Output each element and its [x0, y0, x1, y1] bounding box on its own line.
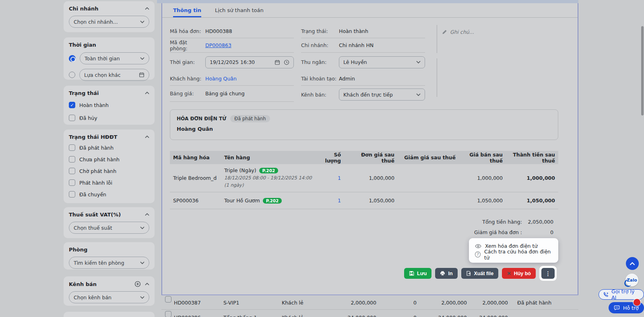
items-table: Mã hàng hóa Tên hàng Số lượng Đơn giá sa…	[170, 151, 558, 209]
menu-item-einvoice-lookup-guide[interactable]: ? Cách tra cứu hóa đơn điện tử	[469, 250, 558, 259]
hddt-option-not-issued[interactable]: Chưa phát hành	[69, 155, 149, 163]
chevron-up-icon[interactable]	[145, 213, 149, 216]
item-code: Triple Bedroom_d	[170, 173, 221, 183]
checkbox-unchecked[interactable]	[69, 144, 75, 151]
invoice-discount-value[interactable]: 0	[522, 229, 553, 235]
scroll-to-top-button[interactable]	[626, 257, 639, 270]
hddt-option-error[interactable]: Phát hành lỗi	[69, 179, 149, 187]
tab-payment-history[interactable]: Lịch sử thanh toán	[215, 3, 264, 17]
checkbox-unchecked[interactable]	[69, 168, 75, 174]
clock-icon[interactable]	[284, 60, 289, 65]
hddt-option-issued[interactable]: Đã phát hành	[69, 144, 149, 152]
printer-icon	[440, 271, 445, 276]
field-label: Mã đặt phòng:	[170, 39, 205, 51]
channel-value: Khách đến trực tiếp	[343, 92, 393, 98]
eye-icon	[475, 243, 481, 249]
cashier-select[interactable]: Lê Huyền	[339, 56, 425, 68]
booking-code-link[interactable]: DP000863	[205, 42, 231, 48]
notes-divider	[437, 58, 437, 97]
hddt-option-label: Chưa phát hành	[79, 156, 120, 163]
checkbox-unchecked[interactable]	[69, 115, 75, 121]
branch-value: Chi nhánh HN	[339, 42, 374, 48]
row-customer: Khách lẻ	[282, 314, 303, 317]
chat-icon	[614, 305, 620, 311]
form-column-right: Trạng thái: Hoàn thành Chi nhánh: Chi nh…	[301, 24, 425, 103]
item-qty[interactable]: 1	[317, 173, 344, 183]
selected-row-strip	[157, 0, 578, 3]
room-tag-badge: P.202	[263, 198, 282, 204]
x-icon: ✕	[507, 270, 511, 276]
invoice-list-row[interactable]: HD000387 S-VIP1 Khách lẻ 2,000,000 0 2,0…	[161, 295, 578, 310]
calendar-icon[interactable]	[275, 60, 280, 65]
item-name-cell: Tour Hồ Gươm P.202	[221, 196, 317, 205]
status-option-cancelled[interactable]: Đã hủy	[69, 114, 149, 122]
einvoice-box: HÓA ĐƠN ĐIỆN TỬ Đã phát hành Hoàng Quân	[170, 109, 558, 140]
channel-select[interactable]: Chọn kênh bán	[69, 291, 149, 303]
einvoice-customer-name: Hoàng Quân	[177, 126, 551, 132]
status-title: Trạng thái	[69, 90, 99, 96]
hddt-option-transferred[interactable]: Đã chuyển	[69, 190, 149, 198]
item-code: SP000036	[170, 196, 221, 205]
vat-select[interactable]: Chọn thuế suất	[69, 222, 149, 234]
hddt-option-pending[interactable]: Chờ phát hành	[69, 167, 149, 175]
note-input[interactable]: Ghi chú...	[442, 29, 474, 35]
invoice-list-row[interactable]: HD000386 Tổng thống 1 Khách lẻ 24,000,00…	[161, 310, 578, 317]
time-all-select[interactable]: Toàn thời gian	[80, 52, 149, 64]
room-select[interactable]: Tìm kiếm tên phòng	[69, 257, 149, 269]
cancel-button[interactable]: ✕ Hủy bỏ	[502, 268, 536, 279]
time-all-label: Toàn thời gian	[85, 56, 120, 62]
checkbox-checked[interactable]: ✓	[69, 102, 75, 108]
chevron-up-icon[interactable]	[145, 136, 149, 138]
tab-info[interactable]: Thông tin	[173, 3, 201, 17]
item-amount: 1,050,000	[506, 196, 558, 205]
chevron-up-icon[interactable]	[145, 283, 149, 286]
filter-einvoice-status-card: Trạng thái HĐĐT Đã phát hành Chưa phát h…	[64, 130, 155, 203]
calendar-icon	[139, 72, 144, 78]
save-label: Lưu	[417, 271, 427, 276]
status-option-completed[interactable]: ✓ Hoàn thành	[69, 101, 149, 109]
room-select-placeholder: Tìm kiếm tên phòng	[74, 260, 124, 266]
filter-next-card-partial	[64, 312, 155, 317]
time-input[interactable]: 19/12/2025 16:30	[205, 56, 294, 68]
table-row: SP000036 Tour Hồ Gươm P.202 1 1,050,000 …	[170, 192, 558, 209]
time-custom-radio[interactable]	[69, 72, 75, 78]
checkbox-unchecked[interactable]	[69, 191, 75, 198]
col-sale-price: Giá bán sau thuế	[459, 152, 506, 164]
customer-link[interactable]: Hoàng Quân	[205, 76, 237, 82]
checkbox-unchecked[interactable]	[69, 156, 75, 163]
items-table-header: Mã hàng hóa Tên hàng Số lượng Đơn giá sa…	[170, 151, 558, 164]
more-actions-menu: Xem hóa đơn điện tử ? Cách tra cứu hóa đ…	[469, 238, 558, 263]
time-custom-field[interactable]: Lựa chọn khác	[79, 69, 149, 81]
field-label: Mã hóa đơn:	[170, 28, 205, 34]
vertical-scrollbar[interactable]	[641, 26, 644, 115]
cancel-label: Hủy bỏ	[514, 271, 531, 276]
row-total: 2,000,000	[351, 299, 376, 305]
print-button[interactable]: In	[435, 268, 457, 279]
channel-detail-select[interactable]: Khách đến trực tiếp	[339, 89, 425, 101]
save-button[interactable]: Lưu	[404, 268, 431, 279]
branch-select[interactable]: Chọn chi nhánh...	[69, 16, 149, 28]
cashier-value: Lê Huyền	[343, 59, 367, 65]
time-all-radio[interactable]	[69, 55, 76, 62]
row-customer: Khách lẻ	[282, 299, 303, 305]
row-einvoice-status: Đã phát hành	[517, 299, 551, 305]
item-unit-price: 1,000,000	[344, 173, 398, 183]
checkbox-unchecked[interactable]	[69, 179, 75, 186]
plus-circle-icon[interactable]	[134, 281, 141, 287]
field-pricelist: Bảng giá: Bảng giá chung	[170, 86, 294, 102]
more-actions-button[interactable]: ⋮	[541, 268, 555, 279]
creator-value: Admin	[339, 76, 355, 82]
ai-assistant-call-button[interactable]: Gọi trợ lý AI	[599, 289, 644, 300]
col-amount: Thành tiền sau thuế	[506, 152, 558, 164]
field-status: Trạng thái: Hoàn thành	[301, 24, 425, 38]
field-creator: Tài khoản tạo: Admin	[301, 72, 425, 86]
item-qty[interactable]: 1	[317, 196, 344, 205]
chevron-up-icon[interactable]	[145, 7, 149, 10]
row-after-discount: 2,000,000	[441, 299, 467, 305]
export-file-button[interactable]: Xuất file	[461, 268, 499, 279]
invoice-discount-label: Giảm giá hóa đơn :	[474, 229, 522, 235]
zalo-button[interactable]: Zalo	[625, 274, 638, 286]
row-checkbox[interactable]	[165, 296, 171, 303]
row-checkbox[interactable]	[165, 311, 171, 317]
chevron-up-icon[interactable]	[145, 92, 149, 95]
